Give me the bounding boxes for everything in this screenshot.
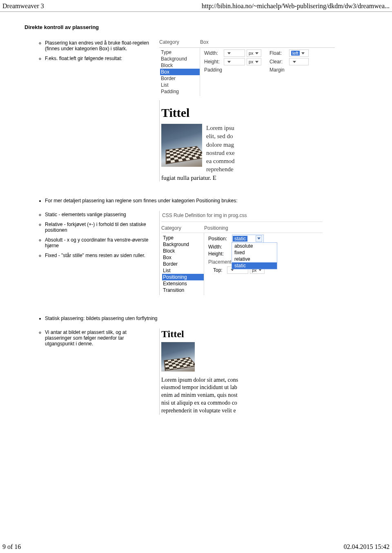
dropdown-button[interactable] [256, 235, 262, 242]
section-heading: Direkte kontroll av plassering [24, 24, 368, 30]
list-item: Statisk plassering: bildets plassering u… [45, 316, 368, 321]
chevron-down-icon [227, 61, 231, 63]
position-label: Position: [208, 236, 232, 242]
list-item: F.eks. float:left gir følgende resultat: [45, 56, 151, 61]
list-item: Relative - forkjøvet (+-) i forhold til … [45, 222, 151, 233]
category-item[interactable]: Block [162, 248, 204, 254]
height-unit-select[interactable]: px [247, 58, 261, 65]
page-number: 9 of 16 [2, 543, 21, 551]
margin-label: Margin [270, 67, 289, 73]
list-item: Vi antar at bildet er plassert slik, og … [45, 329, 151, 347]
category-item[interactable]: Padding [160, 88, 200, 95]
category-item[interactable]: Extensions [162, 280, 204, 287]
float-select[interactable]: left [289, 49, 309, 57]
preview-title: Tittel [161, 106, 335, 120]
category-item[interactable]: List [160, 82, 200, 88]
height-label: Height: [204, 59, 224, 65]
list-item: Fixed - "står stille" mens resten av sid… [45, 253, 151, 258]
category-item[interactable]: Border [162, 261, 204, 267]
float-label: Float: [270, 50, 289, 56]
category-item[interactable]: Background [160, 56, 200, 62]
top-label: Top: [213, 267, 227, 273]
panel-caption: CSS Rule Definition for img in prog.css [161, 211, 323, 222]
width-select[interactable] [224, 49, 245, 57]
category-list[interactable]: Type Background Block Box Border List Po… [161, 233, 204, 295]
category-list[interactable]: Type Background Block Box Border List Pa… [159, 48, 200, 96]
lorem-text: Lorem ipsu elit, sed do dolore mag nostr… [206, 124, 235, 174]
category-item[interactable]: Border [160, 75, 200, 82]
chevron-down-icon [255, 52, 258, 54]
width-label: Width: [208, 244, 232, 250]
category-item[interactable]: Type [162, 235, 204, 241]
list-item: Absolutt - x og y coordinater fra venstr… [45, 237, 151, 249]
header-rule [0, 11, 392, 12]
chevron-down-icon [301, 52, 305, 54]
result-preview-static: Tittel Lorem ipsum dolor sit amet, cons … [159, 329, 255, 415]
chevron-down-icon [293, 61, 296, 63]
chevron-down-icon [227, 52, 231, 54]
panel-header-category: Category [161, 225, 204, 231]
preview-title: Tittel [161, 329, 255, 340]
position-select[interactable]: static absolute fixed relative static [232, 235, 264, 243]
width-label: Width: [204, 50, 224, 56]
height-select[interactable] [224, 58, 245, 65]
lorem-text: Lorem ipsum dolor sit amet, cons eiusmod… [161, 376, 255, 415]
category-item-selected[interactable]: Box [160, 69, 200, 75]
result-preview-float: Tittel Lorem ipsu elit, sed do dolore ma… [159, 100, 335, 181]
clear-select[interactable] [289, 58, 309, 65]
chess-image [161, 124, 202, 167]
print-footer: 9 of 16 02.04.2015 15:42 [0, 543, 392, 553]
list-item: Static - elementets vanlige plassering [45, 212, 151, 217]
position-dropdown-list[interactable]: absolute fixed relative static [232, 243, 277, 269]
list-item: Plassering kan endres ved å bruke float-… [45, 40, 151, 51]
category-item[interactable]: List [162, 267, 204, 274]
chevron-down-icon [231, 269, 234, 271]
print-date: 02.04.2015 15:42 [344, 543, 390, 551]
panel-header-positioning: Positioning [204, 225, 228, 231]
print-header: Dreamweaver 3 http://bibin.hioa.no/~mich… [0, 0, 392, 11]
dropdown-option[interactable]: relative [232, 256, 277, 262]
dropdown-option[interactable]: fixed [232, 249, 277, 256]
doc-url: http://bibin.hioa.no/~michaelp/Web-publi… [202, 2, 390, 10]
list-item: For mer detaljert plassering kan reglene… [45, 198, 368, 204]
panel-header-category: Category [159, 39, 200, 45]
chevron-down-icon [258, 269, 262, 271]
clear-label: Clear: [270, 59, 289, 65]
category-item[interactable]: Transition [162, 287, 204, 293]
lorem-last-line: fugiat nulla pariatur. E [161, 175, 335, 181]
category-item[interactable]: Block [160, 62, 200, 69]
category-item[interactable]: Box [162, 254, 204, 261]
padding-label: Padding [204, 67, 224, 73]
panel-header-box: Box [200, 39, 209, 45]
category-item-selected[interactable]: Positioning [162, 274, 204, 280]
doc-title: Dreamweaver 3 [2, 2, 44, 10]
dropdown-option-selected[interactable]: static [232, 262, 277, 269]
width-unit-select[interactable]: px [247, 49, 261, 57]
chess-image [161, 342, 195, 372]
chevron-down-icon [257, 237, 261, 240]
category-item[interactable]: Background [162, 241, 204, 248]
chevron-down-icon [255, 61, 258, 63]
dropdown-option[interactable]: absolute [232, 243, 277, 249]
css-panel-box: Category Box Type Background Block Box B… [159, 39, 335, 96]
height-label: Height: [208, 251, 232, 257]
category-item[interactable]: Type [160, 49, 200, 56]
css-panel-positioning: CSS Rule Definition for img in prog.css … [159, 211, 323, 295]
